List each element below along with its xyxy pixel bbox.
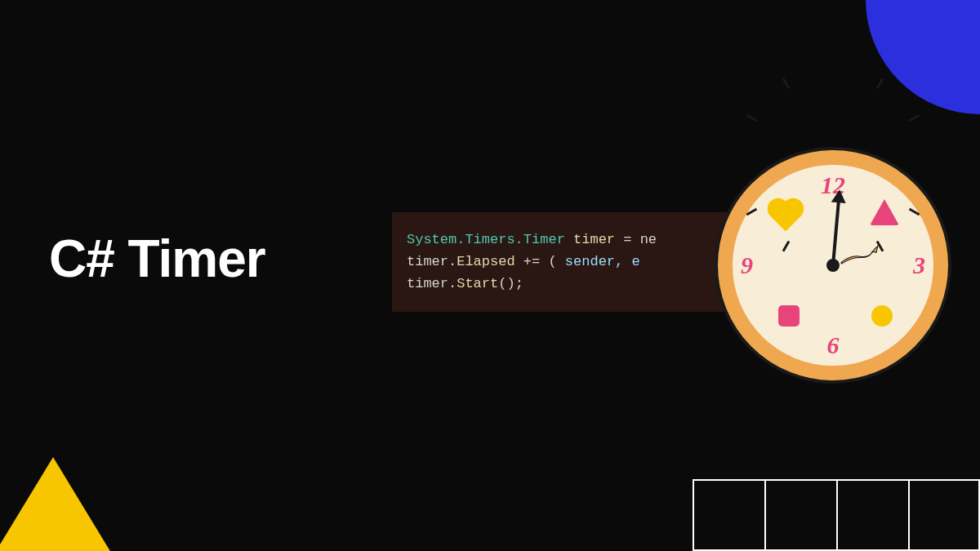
grid-cell <box>908 479 980 551</box>
clock-tick <box>876 78 884 90</box>
grid-cell <box>693 479 764 551</box>
triangle-icon <box>870 199 899 225</box>
clock-face: 12 3 6 9 <box>733 165 933 366</box>
token-member: Elapsed <box>457 254 514 269</box>
token-variable: timer <box>573 232 615 247</box>
square-icon <box>778 305 800 327</box>
token-text: ne <box>640 232 657 247</box>
clock-number-9: 9 <box>741 251 753 279</box>
clock-minute-hand <box>831 196 840 265</box>
token-text: timer. <box>407 276 457 291</box>
grid-cell <box>836 479 908 551</box>
code-snippet: System.Timers.Timer timer = ne timer.Ela… <box>392 212 735 312</box>
clock-tick <box>782 78 791 90</box>
clock-tick <box>746 114 758 122</box>
clock-center-dot <box>826 259 840 272</box>
token-text: (); <box>498 276 523 291</box>
clock-tick <box>782 241 791 252</box>
token-operator: += ( <box>515 254 565 269</box>
clock-number-6: 6 <box>827 331 840 359</box>
clock-illustration: 12 3 6 9 <box>715 147 951 384</box>
token-text: timer. <box>407 254 457 269</box>
code-line: timer.Start(); <box>407 273 720 295</box>
code-line: System.Timers.Timer timer = ne <box>407 229 720 251</box>
heart-icon <box>771 202 801 232</box>
quarter-circle-decoration <box>866 0 980 114</box>
clock-number-3: 3 <box>913 251 925 279</box>
grid-cell <box>764 479 836 551</box>
token-operator: = <box>615 232 640 247</box>
clock-tick <box>909 114 920 122</box>
token-method: Start <box>457 276 498 291</box>
clock-hour-hand <box>831 242 889 271</box>
circle-icon <box>871 305 893 327</box>
token-param: sender, e <box>565 254 640 269</box>
page-title: C# Timer <box>49 229 265 289</box>
code-line: timer.Elapsed += ( sender, e <box>407 251 720 273</box>
grid-decoration <box>693 479 980 551</box>
triangle-decoration <box>0 457 122 551</box>
token-namespace: System.Timers.Timer <box>407 232 565 247</box>
